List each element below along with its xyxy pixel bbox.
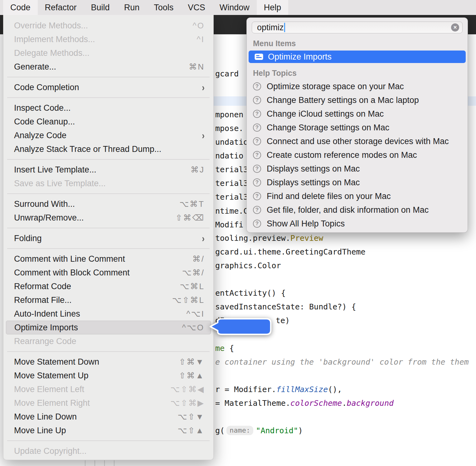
help-topic[interactable]: ?Displays settings on Mac bbox=[247, 176, 468, 189]
menu-item-label: Reformat File... bbox=[14, 295, 72, 305]
code-text: me bbox=[215, 344, 225, 353]
menubar-item-help[interactable]: Help bbox=[257, 0, 289, 15]
menubar-item-tools[interactable]: Tools bbox=[147, 0, 181, 15]
menu-separator bbox=[7, 159, 210, 160]
clear-search-button[interactable]: ✕ bbox=[451, 23, 459, 32]
code-line: mpose. bbox=[215, 122, 243, 135]
menu-item-reformat-file[interactable]: Reformat File...⌥⇧⌘L bbox=[3, 293, 213, 307]
question-icon: ? bbox=[253, 124, 261, 132]
code-text: Preview bbox=[290, 234, 323, 243]
code-text: background bbox=[347, 399, 394, 408]
menu-item-reformat-code[interactable]: Reformat Code⌥⌘L bbox=[3, 279, 213, 293]
menubar-item-vcs[interactable]: VCS bbox=[181, 0, 212, 15]
code-text: mponen bbox=[215, 110, 243, 119]
help-topic[interactable]: ?Create custom reference modes on Mac bbox=[247, 148, 468, 162]
menu-item-insert-live-template[interactable]: Insert Live Template...⌘J bbox=[3, 163, 213, 177]
help-topic[interactable]: ?Change Storage settings on Mac bbox=[247, 121, 468, 134]
help-topic-show-all[interactable]: ?Show All Help Topics bbox=[247, 217, 468, 231]
question-icon: ? bbox=[253, 110, 261, 118]
menu-item-comment-block[interactable]: Comment with Block Comment⌥⌘/ bbox=[3, 266, 213, 279]
clear-icon: ✕ bbox=[453, 25, 457, 30]
question-icon: ? bbox=[253, 82, 261, 90]
help-topic[interactable]: ?Connect and use other storage devices w… bbox=[247, 134, 468, 148]
menu-item-label: Move Statement Down bbox=[14, 357, 99, 367]
menu-separator bbox=[7, 193, 210, 194]
help-topic-label: Change Storage settings on Mac bbox=[267, 123, 389, 133]
help-topic-label: Show All Help Topics bbox=[267, 219, 345, 229]
menu-bar: Code Refactor Build Run Tools VCS Window… bbox=[0, 0, 476, 15]
menu-item-unwrap-remove[interactable]: Unwrap/Remove...⇧⌘⌫ bbox=[3, 211, 213, 225]
code-line: me { bbox=[215, 342, 234, 355]
help-search-input[interactable]: optimiz ✕ bbox=[252, 22, 463, 33]
menu-item-label: Generate... bbox=[14, 62, 56, 72]
help-topic[interactable]: ?Find and delete files on your Mac bbox=[247, 189, 468, 203]
help-topic[interactable]: ?Change iCloud settings on Mac bbox=[247, 107, 468, 121]
menu-item-move-line-down[interactable]: Move Line Down⌥⇧▼ bbox=[3, 410, 213, 424]
question-icon: ? bbox=[253, 151, 261, 159]
menu-item-label: Code Cleanup... bbox=[14, 117, 75, 127]
menu-item-move-statement-up[interactable]: Move Statement Up⇧⌘▲ bbox=[3, 369, 213, 382]
menu-item-label: Code Completion bbox=[14, 83, 79, 92]
menu-item-move-element-right: Move Element Right⌥⇧⌘▶ bbox=[3, 396, 213, 410]
help-topic[interactable]: ?Displays settings on Mac bbox=[247, 162, 468, 176]
menubar-item-refactor[interactable]: Refactor bbox=[38, 0, 84, 15]
menu-item-move-line-up[interactable]: Move Line Up⌥⇧▲ bbox=[3, 424, 213, 437]
code-line: ndatio bbox=[215, 149, 243, 163]
menu-item-label: Inspect Code... bbox=[14, 103, 71, 113]
menu-item-folding[interactable]: Folding› bbox=[3, 231, 213, 245]
shortcut-label: ⌘J bbox=[191, 165, 205, 175]
question-icon: ? bbox=[253, 96, 261, 104]
menubar-item-build[interactable]: Build bbox=[84, 0, 117, 15]
menu-item-analyze-stack-trace[interactable]: Analyze Stack Trace or Thread Dump... bbox=[3, 142, 213, 156]
help-topic[interactable]: ?Get file, folder, and disk information … bbox=[247, 203, 468, 217]
menu-item-label: Override Methods... bbox=[14, 21, 88, 31]
menu-item-label: Surround With... bbox=[14, 199, 75, 209]
code-line: gcard bbox=[215, 67, 239, 81]
menu-item-analyze-code[interactable]: Analyze Code› bbox=[3, 129, 213, 142]
help-result-label: Optimize Imports bbox=[268, 52, 332, 62]
code-text: { bbox=[225, 344, 234, 353]
menu-item-label: Rearrange Code bbox=[14, 337, 76, 346]
help-topic-label: Change Battery settings on a Mac laptop bbox=[267, 95, 419, 105]
code-text: = MaterialTheme. bbox=[215, 399, 290, 408]
code-comment: e container using the 'background' color… bbox=[215, 355, 469, 369]
indent-guide bbox=[114, 460, 114, 466]
menu-item-label: Comment with Block Comment bbox=[14, 268, 130, 278]
code-line: graphics.Color bbox=[215, 259, 281, 273]
menu-item-rearrange-code: Rearrange Code bbox=[3, 334, 213, 348]
parameter-hint: name: bbox=[226, 426, 253, 435]
code-line: te) bbox=[276, 314, 290, 328]
menubar-item-window[interactable]: Window bbox=[212, 0, 257, 15]
menu-item-inspect-code[interactable]: Inspect Code... bbox=[3, 101, 213, 115]
menu-item-label: Delegate Methods... bbox=[14, 48, 90, 58]
menu-item-optimize-imports[interactable]: Optimize Imports^⌥O bbox=[6, 321, 211, 334]
submenu-chevron-icon: › bbox=[202, 232, 205, 244]
code-text: ntime.C bbox=[215, 206, 248, 216]
menubar-item-code[interactable]: Code bbox=[3, 0, 38, 15]
submenu-chevron-icon: › bbox=[202, 129, 205, 141]
menu-item-surround-with[interactable]: Surround With...⌥⌘T bbox=[3, 197, 213, 211]
code-text: undatio bbox=[215, 138, 248, 147]
code-text: colorScheme bbox=[290, 399, 342, 408]
help-topic[interactable]: ?Change Battery settings on a Mac laptop bbox=[247, 93, 468, 107]
menu-item-move-statement-down[interactable]: Move Statement Down⇧⌘▼ bbox=[3, 355, 213, 369]
menu-item-delegate-methods: Delegate Methods... bbox=[3, 46, 213, 60]
menu-item-label: Comment with Line Comment bbox=[14, 254, 125, 264]
code-text: ) bbox=[298, 426, 303, 435]
code-text: terial3 bbox=[215, 192, 248, 201]
menu-item-code-cleanup[interactable]: Code Cleanup... bbox=[3, 115, 213, 129]
code-text: r = Modifier. bbox=[215, 385, 276, 394]
menu-item-label: Auto-Indent Lines bbox=[14, 309, 80, 319]
menu-item-label: Analyze Code bbox=[14, 131, 66, 140]
menu-item-generate[interactable]: Generate...⌘N bbox=[3, 60, 213, 74]
code-line: terial3 bbox=[215, 190, 248, 204]
menu-item-auto-indent-lines[interactable]: Auto-Indent Lines^⌥I bbox=[3, 307, 213, 321]
menu-item-code-completion[interactable]: Code Completion› bbox=[3, 80, 213, 94]
menu-item-comment-line[interactable]: Comment with Line Comment⌘/ bbox=[3, 252, 213, 266]
menubar-item-run[interactable]: Run bbox=[117, 0, 147, 15]
help-topic-label: Create custom reference modes on Mac bbox=[267, 150, 417, 160]
help-result-optimize-imports[interactable]: Optimize Imports bbox=[249, 51, 466, 63]
help-topic[interactable]: ?Optimize storage space on your Mac bbox=[247, 80, 468, 93]
menu-item-label: Reformat Code bbox=[14, 282, 71, 291]
menu-item-label: Unwrap/Remove... bbox=[14, 213, 84, 223]
